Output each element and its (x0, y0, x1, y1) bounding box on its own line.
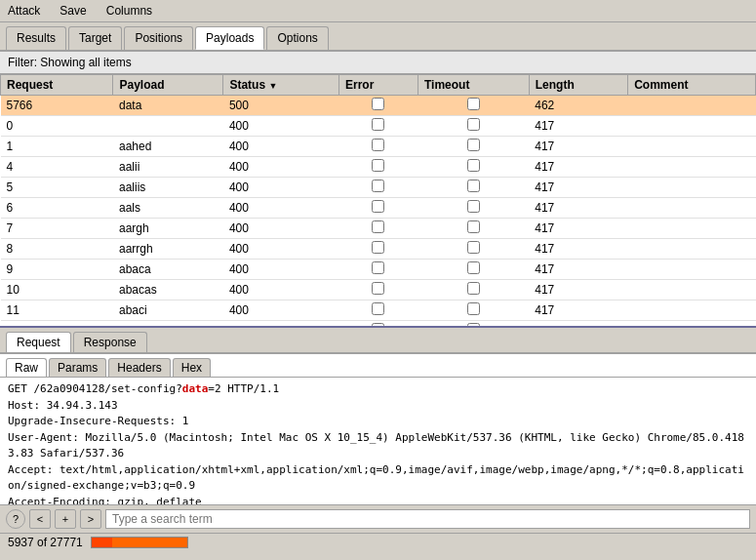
timeout-checkbox[interactable] (467, 139, 480, 151)
table-row[interactable]: 1 aahed 400 417 (1, 137, 756, 157)
timeout-checkbox[interactable] (467, 200, 480, 213)
col-payload[interactable]: Payload (113, 75, 223, 96)
error-checkbox[interactable] (372, 220, 384, 233)
cell-timeout (418, 321, 529, 329)
raw-tab-params[interactable]: Params (49, 358, 106, 377)
main-tab-bar: Results Target Positions Payloads Option… (0, 22, 756, 52)
cell-error (338, 260, 418, 280)
cell-status: 400 (223, 157, 339, 178)
col-status[interactable]: Status ▼ (223, 75, 339, 96)
tab-results[interactable]: Results (6, 26, 66, 50)
timeout-checkbox[interactable] (467, 159, 480, 172)
timeout-checkbox[interactable] (467, 241, 480, 254)
cell-timeout (418, 116, 529, 137)
cell-payload: abaci (113, 300, 223, 321)
cell-comment (628, 178, 756, 198)
error-checkbox[interactable] (372, 302, 384, 315)
error-checkbox[interactable] (372, 159, 384, 172)
help-button[interactable]: ? (6, 509, 25, 529)
table-row[interactable]: 4 aalii 400 417 (1, 157, 756, 178)
cell-payload: abacas (113, 280, 223, 300)
cell-timeout (418, 178, 529, 198)
tab-options[interactable]: Options (266, 26, 328, 50)
cell-length: 417 (529, 219, 627, 239)
cell-status: 400 (223, 116, 339, 137)
tab-target[interactable]: Target (68, 26, 122, 50)
cell-payload: aaliis (113, 178, 223, 198)
table-row[interactable]: 12 aback 400 417 (1, 321, 756, 329)
tab-positions[interactable]: Positions (124, 26, 193, 50)
timeout-checkbox[interactable] (467, 282, 480, 295)
error-checkbox[interactable] (372, 118, 384, 131)
request-line-3: Upgrade-Insecure-Requests: 1 (8, 414, 748, 430)
cell-comment (628, 96, 756, 116)
cell-length: 417 (529, 178, 627, 198)
raw-tab-raw[interactable]: Raw (6, 358, 47, 377)
cell-timeout (418, 280, 529, 300)
raw-tab-headers[interactable]: Headers (108, 358, 170, 377)
timeout-checkbox[interactable] (467, 180, 480, 192)
status-bar: 5937 of 27771 (0, 533, 756, 551)
table-row[interactable]: 5766 data 500 462 (1, 96, 756, 116)
cell-comment (628, 198, 756, 219)
table-row[interactable]: 8 aarrgh 400 417 (1, 239, 756, 260)
table-row[interactable]: 9 abaca 400 417 (1, 260, 756, 280)
forward-button[interactable]: > (80, 509, 101, 529)
back-button[interactable]: < (29, 509, 51, 529)
cell-payload: abaca (113, 260, 223, 280)
sub-tab-request[interactable]: Request (6, 332, 71, 352)
timeout-checkbox[interactable] (467, 261, 480, 274)
menu-attack[interactable]: Attack (4, 2, 44, 20)
col-timeout[interactable]: Timeout (418, 75, 529, 96)
cell-status: 400 (223, 137, 339, 157)
table-row[interactable]: 0 400 417 (1, 116, 756, 137)
bottom-section: Request Response Raw Params Headers Hex … (0, 328, 756, 504)
sub-tab-bar: Request Response (0, 328, 756, 354)
table-row[interactable]: 6 aals 400 417 (1, 198, 756, 219)
timeout-checkbox[interactable] (467, 118, 480, 131)
menu-bar: Attack Save Columns (0, 0, 756, 22)
timeout-checkbox[interactable] (467, 98, 480, 110)
raw-tab-hex[interactable]: Hex (173, 358, 211, 377)
col-comment[interactable]: Comment (628, 75, 756, 96)
cell-status: 400 (223, 219, 339, 239)
cell-request: 7 (1, 219, 113, 239)
cell-request: 11 (1, 300, 113, 321)
filter-text: Filter: Showing all items (8, 56, 132, 69)
timeout-checkbox[interactable] (467, 220, 480, 233)
cell-comment (628, 239, 756, 260)
error-checkbox[interactable] (372, 139, 384, 151)
request-line-5: Accept: text/html,application/xhtml+xml,… (8, 462, 748, 495)
col-request[interactable]: Request (1, 75, 113, 96)
table-row[interactable]: 11 abaci 400 417 (1, 300, 756, 321)
cell-error (338, 300, 418, 321)
error-checkbox[interactable] (372, 241, 384, 254)
table-row[interactable]: 5 aaliis 400 417 (1, 178, 756, 198)
sub-tab-response[interactable]: Response (73, 332, 147, 352)
timeout-checkbox[interactable] (467, 302, 480, 315)
error-checkbox[interactable] (372, 261, 384, 274)
add-button[interactable]: + (55, 509, 76, 529)
error-checkbox[interactable] (372, 98, 384, 110)
cell-error (338, 198, 418, 219)
cell-request: 10 (1, 280, 113, 300)
request-content: GET /62a0904128/set-config?data=2 HTTP/1… (0, 378, 756, 504)
request-line-1: GET /62a0904128/set-config?data=2 HTTP/1… (8, 381, 748, 398)
error-checkbox[interactable] (372, 282, 384, 295)
error-checkbox[interactable] (372, 180, 384, 192)
cell-length: 417 (529, 157, 627, 178)
cell-status: 400 (223, 321, 339, 329)
cell-comment (628, 260, 756, 280)
table-row[interactable]: 10 abacas 400 417 (1, 280, 756, 300)
menu-columns[interactable]: Columns (102, 2, 156, 20)
search-input[interactable] (105, 509, 750, 529)
menu-save[interactable]: Save (56, 2, 90, 20)
error-checkbox[interactable] (372, 200, 384, 213)
cell-payload: aargh (113, 219, 223, 239)
col-error[interactable]: Error (338, 75, 418, 96)
cell-length: 417 (529, 300, 627, 321)
cell-status: 400 (223, 178, 339, 198)
col-length[interactable]: Length (529, 75, 627, 96)
tab-payloads[interactable]: Payloads (195, 26, 264, 50)
table-row[interactable]: 7 aargh 400 417 (1, 219, 756, 239)
